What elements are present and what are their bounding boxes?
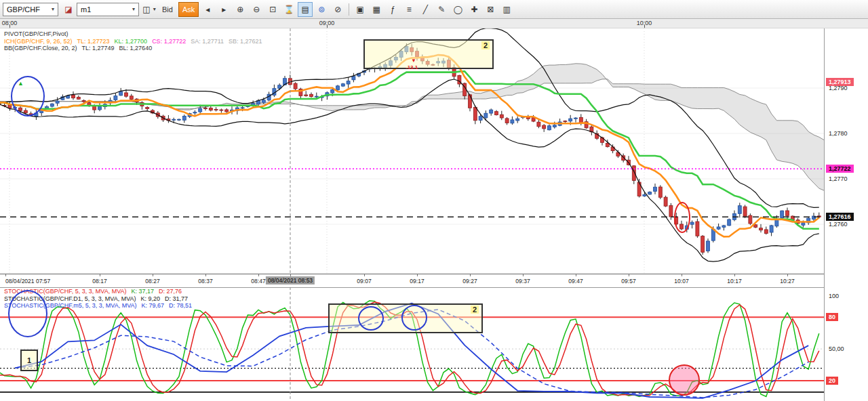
attach-button[interactable]: ⊘ [330,2,345,17]
delete-drawing-icon: ⊠ [487,5,494,14]
legend-text: TL: 1,27749 [82,45,115,51]
ellipse-tool-icon: ◯ [454,5,462,14]
symbol-select[interactable]: GBP/CHF ▾ [3,3,58,16]
hour-tick [644,25,645,28]
time-label: 10:27 [780,278,794,284]
zoom-area-icon: ⊡ [269,5,276,14]
scroll-left-icon: ◂ [205,5,210,14]
stoch-axis-label: 50,00 [829,345,844,352]
indicators-button[interactable]: ƒ [385,2,400,17]
zoom-out-button[interactable]: ⊖ [249,2,264,17]
chevron-down-icon: ▾ [132,6,135,12]
legend-text: K: 79,67 [142,302,165,309]
world-news-button[interactable]: ⊚ [314,2,329,17]
time-session-button[interactable]: ⌛ [281,2,296,17]
chevron-down-icon: ▾ [52,6,54,12]
top-time-axis: 08:0009:0010:00 [0,19,868,28]
delete-drawing-button[interactable]: ⊠ [483,2,498,17]
price-axis[interactable]: 1,27901,27801,27701,27601,279131,277221,… [824,28,868,401]
time-tick [417,274,418,276]
zoom-in-button[interactable]: ⊕ [233,2,248,17]
annotation-icon: ▤ [302,5,309,14]
toolbar-separator [349,3,349,16]
trendline-icon: ╱ [423,5,428,14]
tenkan-line [0,55,819,236]
ellipse-tool-button[interactable]: ◯ [450,2,465,17]
stoch-d1-legend: STOCHASTIC(GBP/CHF.D1, 5, 3, 3, MVA, MVA… [4,295,197,303]
legend-text: STOCHASTIC(GBP/CHF.D1, 5, 3, 3, MVA, MVA… [4,295,136,302]
pivot-legend: PIVOT(GBP/CHF,Pivot) [4,30,267,38]
bollinger-legend: BB(GBP/CHF.Close, 20, 2)TL: 1,27749BL: 1… [4,45,267,52]
price-badge: 1,27722 [826,165,854,173]
scroll-right-button[interactable]: ▸ [216,2,231,17]
objects-list-icon: ≡ [407,5,412,14]
time-tick [100,274,100,276]
legend-text: KL: 1,27700 [115,38,148,45]
stoch-m5-legend: STOCHASTIC(GBP/CHF.m5, 5, 3, 3, MVA, MVA… [4,302,197,310]
time-tick [523,274,524,276]
chart-list-button[interactable]: ▥ [499,2,514,17]
scroll-left-button[interactable]: ◂ [200,2,215,17]
legend-text: CS: 1,27722 [152,38,186,45]
time-tick [629,274,629,276]
stoch-m5-d-line [15,310,808,398]
time-tick [5,274,6,276]
snapshot-icon: ▣ [357,5,364,14]
annotation-button[interactable]: ▤ [298,2,313,17]
legend-text: D: 31,77 [165,295,188,302]
main-chart[interactable] [0,28,824,274]
objects-list-button[interactable]: ≡ [401,2,416,17]
time-tick [470,274,471,276]
time-tick [576,274,576,276]
ask-button[interactable]: Ask [178,2,199,17]
time-label: 10:07 [674,278,688,284]
bid-button[interactable]: Bid [158,2,177,17]
time-tick [290,274,291,276]
snapshot-button[interactable]: ▣ [353,2,368,17]
bottom-time-axis: 08/04/2021 07:5708:1708:2708:3708:4708/0… [0,274,824,287]
time-tick [682,274,682,276]
legend-text: BB(GBP/CHF.Close, 20, 2) [4,45,77,51]
grid-button[interactable]: ▦ [369,2,384,17]
trendline-button[interactable]: ╱ [418,2,433,17]
zoom-in-icon: ⊕ [237,5,243,14]
mini-chart-glyph: ◪ [64,5,72,14]
crosshair-button[interactable]: ✚ [467,2,481,17]
chart-type-button[interactable]: ◫▾ [142,2,157,17]
chart-type-icon: ◫ [142,5,150,14]
hour-tick [9,25,10,28]
draw-button[interactable]: ✎ [434,2,449,17]
time-label: 08:17 [92,278,106,284]
selected-time-label: 08/04/2021 08:53 [266,276,315,284]
attach-icon: ⊘ [334,5,341,14]
zoom-out-icon: ⊖ [253,5,260,14]
indicators-icon: ƒ [391,5,395,14]
zoom-area-button[interactable]: ⊡ [265,2,280,17]
grid-layer [0,28,824,274]
price-label: 1,2770 [829,175,848,182]
time-label: 09:27 [462,278,477,284]
draw-icon: ✎ [438,5,445,14]
chevron-down-icon: ▾ [153,6,156,12]
chart-list-icon: ▥ [503,5,511,14]
legend-text: TL: 1,27723 [77,38,110,45]
stoch-axis-label: 100 [829,293,839,299]
world-news-icon: ⊚ [318,5,325,14]
mini-chart-icon[interactable]: ◪ [61,2,76,17]
toolbar: GBP/CHF ▾ ◪ m1 ▾ ◫▾BidAsk◂▸⊕⊖⊡⌛▤⊚⊘▣▦ƒ≡╱✎… [0,0,868,19]
legend-text: BL: 1,27640 [119,45,153,51]
time-label: 09:17 [410,278,424,284]
time-label: 09:37 [515,278,530,284]
crosshair-icon: ✚ [471,5,477,14]
time-label: 08:47 [251,278,265,284]
main-chart-legend: PIVOT(GBP/CHF,Pivot)ICH(GBP/CHF, 9, 26, … [4,30,267,52]
time-label: 08:27 [145,278,159,284]
time-label: 09:07 [357,278,371,284]
symbol-value: GBP/CHF [7,5,40,14]
timeframe-select[interactable]: m1 ▾ [77,3,139,16]
legend-text: K: 9,20 [141,295,161,302]
time-tick [364,274,365,276]
hour-tick [327,25,328,28]
time-session-icon: ⌛ [284,5,294,14]
time-tick [153,274,153,276]
